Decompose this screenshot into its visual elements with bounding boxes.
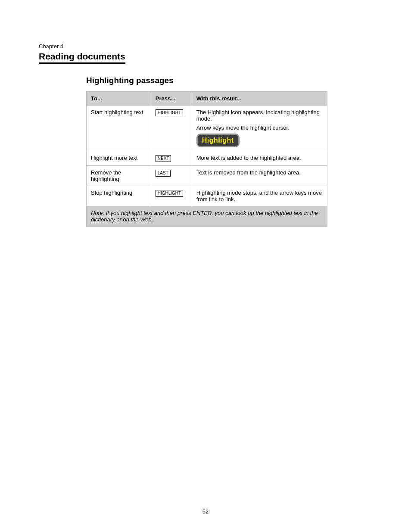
- result-line: The Highlight icon appears, indicating h…: [196, 109, 323, 122]
- table-row: Start highlighting text HIGHLIGHT The Hi…: [87, 106, 327, 151]
- result-line: Arrow keys move the highlight cursor.: [196, 124, 323, 131]
- cell-result: The Highlight icon appears, indicating h…: [192, 106, 327, 151]
- section-subhead: Highlighting passages: [86, 76, 372, 85]
- table-header-row: To... Press... With this result...: [87, 92, 327, 106]
- cell-to: Highlight more text: [87, 151, 151, 166]
- keycap-last: LAST: [156, 170, 171, 177]
- page-number: 52: [0, 508, 411, 515]
- section-title: Reading documents: [39, 51, 125, 64]
- header-press: Press...: [151, 92, 192, 106]
- cell-result: Highlighting mode stops, and the arrow k…: [192, 186, 327, 206]
- highlight-indicator-icon: Highlight: [196, 134, 240, 147]
- keycap-next: NEXT: [156, 155, 171, 162]
- chapter-line: Chapter 4: [39, 43, 372, 50]
- keycap-highlight: HIGHLIGHT: [156, 190, 183, 197]
- cell-press: LAST: [151, 166, 192, 186]
- keypress-table: To... Press... With this result... Start…: [86, 91, 327, 227]
- table-row: Stop highlighting HIGHLIGHT Highlighting…: [87, 186, 327, 206]
- highlight-indicator-label: Highlight: [202, 137, 234, 144]
- cell-result: More text is added to the highlighted ar…: [192, 151, 327, 166]
- table-row: Remove the highlighting LAST Text is rem…: [87, 166, 327, 186]
- table-note: Note: If you highlight text and then pre…: [87, 206, 327, 227]
- cell-to: Stop highlighting: [87, 186, 151, 206]
- cell-to: Start highlighting text: [87, 106, 151, 151]
- cell-result: Text is removed from the highlighted are…: [192, 166, 327, 186]
- keycap-highlight: HIGHLIGHT: [156, 109, 183, 116]
- table-row: Highlight more text NEXT More text is ad…: [87, 151, 327, 166]
- header-to: To...: [87, 92, 151, 106]
- cell-press: HIGHLIGHT: [151, 186, 192, 206]
- cell-press: HIGHLIGHT: [151, 106, 192, 151]
- cell-to: Remove the highlighting: [87, 166, 151, 186]
- header-result: With this result...: [192, 92, 327, 106]
- table-note-row: Note: If you highlight text and then pre…: [87, 206, 327, 227]
- cell-press: NEXT: [151, 151, 192, 166]
